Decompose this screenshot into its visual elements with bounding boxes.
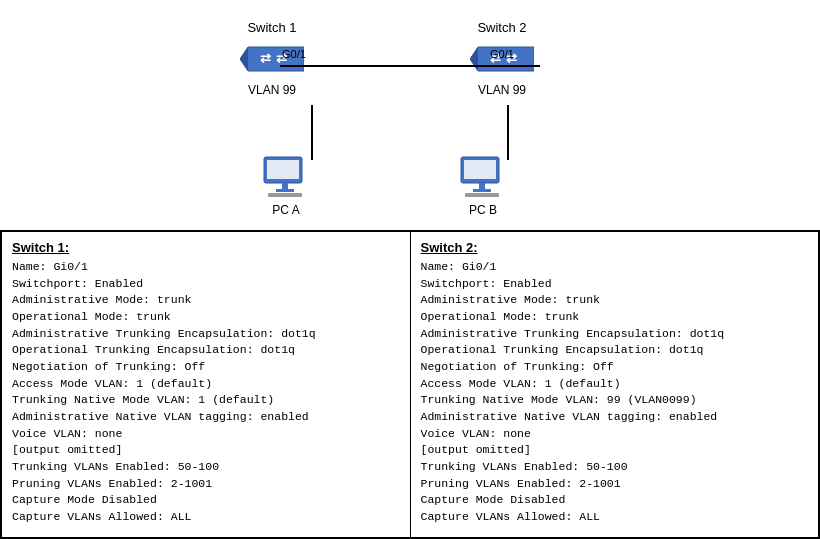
diagram-section: Switch 1 ⇄ ⇄ VLAN 99 Switch 2 ⇄ ⇄ VLAN 9… bbox=[0, 0, 820, 230]
trunk-link bbox=[280, 65, 540, 67]
svg-marker-1 bbox=[240, 47, 248, 71]
switch1-content: Name: Gi0/1 Switchport: Enabled Administ… bbox=[12, 259, 400, 526]
link-label-right: G0/1 bbox=[490, 48, 514, 60]
network-diagram: Switch 1 ⇄ ⇄ VLAN 99 Switch 2 ⇄ ⇄ VLAN 9… bbox=[160, 10, 660, 220]
pc-a-icon bbox=[260, 155, 312, 199]
svg-marker-5 bbox=[470, 47, 478, 71]
switch1-title: Switch 1: bbox=[12, 240, 400, 255]
vline-right bbox=[507, 105, 509, 160]
svg-rect-16 bbox=[473, 189, 491, 192]
svg-rect-10 bbox=[282, 183, 288, 189]
switch2-content: Name: Gi0/1 Switchport: Enabled Administ… bbox=[421, 259, 809, 526]
info-section: Switch 1: Name: Gi0/1 Switchport: Enable… bbox=[0, 230, 820, 539]
svg-text:⇄: ⇄ bbox=[260, 51, 271, 66]
switch1-vlan: VLAN 99 bbox=[248, 83, 296, 97]
switch2-vlan: VLAN 99 bbox=[478, 83, 526, 97]
switch1-panel: Switch 1: Name: Gi0/1 Switchport: Enable… bbox=[2, 232, 411, 537]
vline-left bbox=[311, 105, 313, 160]
pc-b-icon bbox=[457, 155, 509, 199]
pc-b-label: PC B bbox=[469, 203, 497, 217]
pc-a-label: PC A bbox=[272, 203, 299, 217]
svg-rect-15 bbox=[479, 183, 485, 189]
pc-b-box: PC B bbox=[457, 155, 509, 217]
link-label-left: G0/1 bbox=[282, 48, 306, 60]
svg-rect-12 bbox=[268, 193, 302, 197]
svg-rect-17 bbox=[465, 193, 499, 197]
svg-rect-11 bbox=[276, 189, 294, 192]
switch2-panel: Switch 2: Name: Gi0/1 Switchport: Enable… bbox=[411, 232, 819, 537]
pc-a-box: PC A bbox=[260, 155, 312, 217]
switch1-label: Switch 1 bbox=[247, 20, 296, 35]
switch2-title: Switch 2: bbox=[421, 240, 809, 255]
switch2-label: Switch 2 bbox=[477, 20, 526, 35]
svg-rect-9 bbox=[267, 160, 299, 179]
svg-rect-14 bbox=[464, 160, 496, 179]
